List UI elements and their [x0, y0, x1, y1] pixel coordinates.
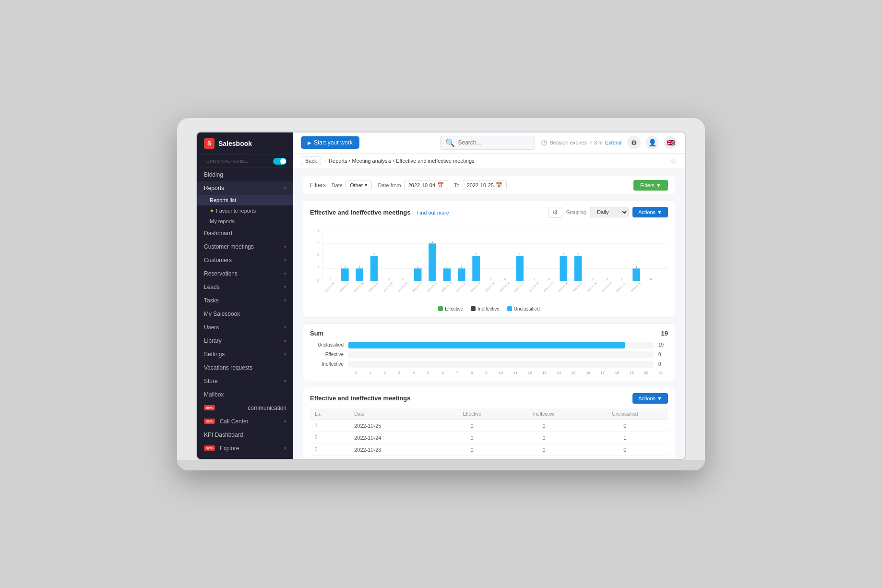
svg-rect-41: [472, 256, 480, 281]
unclassified-color: [507, 306, 512, 311]
svg-text:1: 1: [317, 265, 319, 269]
auto-hide-toggle[interactable]: [273, 158, 286, 165]
sidebar-item-leads[interactable]: Leads ▾: [197, 280, 293, 294]
chart-legend: Effective Ineffective Unclassified: [310, 306, 668, 312]
chart-actions-button[interactable]: Actions ▼: [632, 207, 668, 217]
svg-rect-32: [429, 243, 436, 281]
legend-effective: Effective: [438, 306, 463, 312]
sidebar-item-library[interactable]: Library ▾: [197, 334, 293, 348]
chevron-icon: ▾: [284, 285, 286, 289]
svg-text:1: 1: [359, 265, 361, 268]
logo-icon: S: [204, 138, 215, 149]
search-bar[interactable]: 🔍: [440, 136, 535, 150]
sidebar-item-reservations[interactable]: Reservations ▾: [197, 267, 293, 280]
play-icon: ▶: [308, 140, 311, 145]
sidebar-item-partners[interactable]: new partners: [197, 455, 293, 459]
start-work-button[interactable]: ▶ Start your work: [301, 136, 359, 149]
sidebar-item-dashboard[interactable]: Dashboard: [197, 227, 293, 240]
sidebar-item-customers[interactable]: Customers ▾: [197, 253, 293, 267]
svg-rect-38: [458, 268, 465, 281]
svg-text:2022-10-17: 2022-10-17: [513, 281, 524, 292]
table-header-row: Lp. Data Effective Ineffective Unclassif…: [310, 408, 668, 420]
cell-date: 2022-10-25: [349, 420, 438, 432]
settings-icon[interactable]: ⚙: [627, 136, 641, 149]
sidebar-subitem-favourite-reports[interactable]: ★ Favourite reports: [197, 205, 293, 216]
svg-text:2022-10-09: 2022-10-09: [397, 281, 408, 292]
date-select[interactable]: Other ▾: [346, 180, 372, 190]
back-button[interactable]: Back: [301, 156, 321, 165]
sidebar: S Salesbook TURN ON AUTO-HIDE Bidding Re…: [197, 132, 293, 459]
svg-text:0: 0: [548, 277, 550, 280]
sidebar-item-mailbox[interactable]: Mailbox: [197, 388, 293, 401]
table-section: Effective and ineffective meetings Actio…: [303, 387, 675, 459]
table-row: 1 2022-10-25 0 0 0: [310, 420, 668, 432]
extend-link[interactable]: Extend: [605, 140, 621, 145]
session-text: Session expires in 3 hr: [549, 140, 603, 145]
sidebar-subitem-my-reports[interactable]: My reports: [197, 216, 293, 227]
search-input[interactable]: [458, 139, 530, 146]
chevron-icon: ▾: [284, 338, 286, 343]
date-from-input[interactable]: 2022-10-04 📅: [404, 180, 448, 190]
svg-text:2: 2: [563, 252, 565, 255]
cell-unclassified: 1: [582, 432, 668, 444]
sidebar-subitem-reports-list[interactable]: Reports list: [197, 195, 293, 205]
sidebar-item-reports[interactable]: Reports ▾: [197, 181, 293, 195]
effective-bar: [348, 351, 654, 358]
svg-rect-50: [516, 256, 524, 281]
legend-unclassified-label: Unclassified: [514, 306, 540, 312]
favourite-button[interactable]: ☆: [670, 156, 677, 166]
sidebar-item-settings[interactable]: Settings ▾: [197, 348, 293, 361]
table-header: Effective and ineffective meetings Actio…: [310, 393, 668, 404]
sidebar-item-kpi[interactable]: KPI Dashboard: [197, 428, 293, 442]
new-badge: new: [204, 419, 215, 424]
laptop-screen: S Salesbook TURN ON AUTO-HIDE Bidding Re…: [196, 132, 686, 460]
cell-date: 2022-10-23: [349, 444, 438, 456]
page-area: Filters Date Other ▾ Date from 2022-10-0: [293, 169, 685, 459]
flag-icon[interactable]: 🇬🇧: [664, 136, 677, 149]
svg-rect-29: [414, 268, 422, 281]
sidebar-item-vacations[interactable]: Vacations requests: [197, 361, 293, 374]
bar-chart-container: 0 1 2 3 4: [310, 222, 668, 299]
svg-rect-74: [632, 268, 640, 281]
sidebar-item-tasks[interactable]: Tasks ▾: [197, 294, 293, 307]
chevron-icon: ▾: [284, 186, 286, 191]
calendar-icon: 📅: [496, 182, 502, 188]
svg-text:2022-10-13: 2022-10-13: [455, 281, 466, 292]
date-to-input[interactable]: 2022-10-25 📅: [463, 180, 507, 190]
sidebar-item-users[interactable]: Users ▾: [197, 321, 293, 334]
chart-settings-button[interactable]: ⚙: [548, 207, 562, 218]
svg-rect-17: [356, 268, 363, 281]
cell-effective: 0: [438, 456, 506, 459]
user-icon[interactable]: 👤: [645, 136, 659, 149]
start-work-label: Start your work: [314, 139, 353, 146]
sidebar-item-call-center[interactable]: new Call Center ▾: [197, 415, 293, 428]
table-title: Effective and ineffective meetings: [310, 395, 411, 402]
svg-text:2022-10-18: 2022-10-18: [528, 281, 539, 292]
sidebar-item-my-salesbook[interactable]: My Salesbook: [197, 307, 293, 321]
svg-rect-62: [574, 256, 582, 281]
filters-apply-button[interactable]: Filters ▼: [633, 180, 668, 191]
table-row: 2 2022-10-24 0 0 1: [310, 432, 668, 444]
find-out-link[interactable]: Find out more: [417, 210, 449, 216]
svg-text:2022-10-21: 2022-10-21: [572, 281, 583, 292]
svg-rect-14: [341, 268, 349, 281]
svg-text:4: 4: [317, 229, 319, 232]
effective-color: [438, 306, 443, 311]
cell-ineffective: 0: [506, 444, 582, 456]
chevron-icon: ▾: [284, 325, 286, 330]
sidebar-item-store[interactable]: Store ▾: [197, 374, 293, 388]
grouping-select[interactable]: Daily Weekly Monthly: [590, 207, 629, 217]
table-actions-button[interactable]: Actions ▼: [632, 393, 668, 404]
unclassified-label: Unclassified: [310, 342, 344, 348]
sidebar-item-bidding[interactable]: Bidding: [197, 168, 293, 181]
unclassified-count: 19: [658, 342, 668, 348]
svg-text:2022-10-06: 2022-10-06: [353, 281, 364, 292]
app-name: Salesbook: [218, 140, 252, 147]
date-from-group: Date from 2022-10-04 📅: [378, 180, 448, 190]
svg-text:0: 0: [330, 277, 332, 280]
chart-title: Effective and ineffective meetings: [310, 209, 411, 216]
sidebar-item-explore[interactable]: new Explore ▾: [197, 442, 293, 455]
sidebar-item-communication[interactable]: new communication: [197, 401, 293, 415]
sidebar-item-customer-meetings[interactable]: Customer meetings ▾: [197, 240, 293, 253]
table-row: 4 2022-10-22 0 0 0: [310, 456, 668, 459]
